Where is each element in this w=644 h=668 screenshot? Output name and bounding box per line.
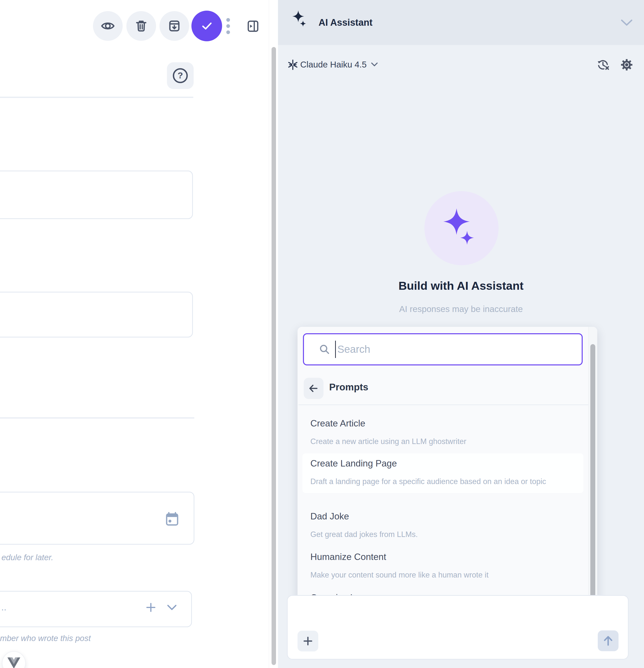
text-field[interactable] (0, 292, 193, 337)
prompts-popup: Prompts Create Article Create a new arti… (298, 327, 597, 623)
panel-title: AI Assistant (318, 17, 372, 28)
divider (299, 405, 588, 405)
check-icon (199, 18, 215, 34)
sparkle-icon (442, 209, 481, 248)
empty-state-heading: Build with AI Assistant (278, 279, 644, 292)
prompt-item-dad-joke[interactable]: Dad Joke Get great dad jokes from LLMs. (302, 506, 583, 546)
add-attachment-button[interactable] (298, 631, 318, 651)
text-caret (335, 341, 336, 358)
app-logo (2, 651, 26, 668)
preview-button[interactable] (93, 11, 123, 41)
more-vertical-icon (226, 18, 230, 22)
assistant-empty-state-badge (424, 191, 498, 265)
author-field[interactable]: .. (0, 591, 192, 627)
scrollbar-thumb[interactable] (272, 47, 276, 665)
collapse-sidebar-icon (246, 19, 260, 33)
more-options-button[interactable] (223, 11, 233, 41)
v-logo-icon (8, 657, 20, 668)
help-icon: ? (172, 67, 189, 84)
prompt-item-create-landing-page[interactable]: Create Landing Page Draft a landing page… (302, 453, 583, 493)
delete-icon (134, 19, 148, 33)
schedule-hint: edule for later. (1, 553, 54, 562)
arrow-left-icon (308, 383, 319, 394)
chevron-down-icon[interactable] (167, 605, 177, 611)
back-button[interactable] (304, 378, 324, 399)
prompt-search[interactable] (303, 333, 583, 365)
ai-assistant-header[interactable]: AI Assistant (278, 0, 644, 45)
arrow-up-icon (602, 635, 614, 647)
scrollbar-thumb[interactable] (590, 344, 595, 619)
chevron-down-icon[interactable] (621, 19, 633, 26)
author-hint: mber who wrote this post (0, 634, 91, 643)
text-field[interactable] (0, 171, 193, 219)
empty-state-disclaimer: AI responses may be inaccurate (278, 304, 644, 314)
publish-date-field[interactable] (0, 492, 194, 545)
save-button[interactable] (191, 11, 222, 41)
prompt-item-humanize-content[interactable]: Humanize Content Make your content sound… (302, 547, 583, 587)
delete-button[interactable] (126, 11, 156, 41)
settings-gear-icon[interactable] (620, 58, 633, 71)
archive-button[interactable] (160, 11, 189, 41)
section-divider (0, 97, 193, 98)
clear-history-icon[interactable] (597, 58, 609, 71)
model-selector-row: Claude Haiku 4.5 (278, 56, 644, 73)
prompt-item-create-article[interactable]: Create Article Create a new article usin… (302, 413, 583, 453)
svg-text:?: ? (178, 71, 183, 80)
chevron-down-icon[interactable] (371, 62, 378, 67)
calendar-icon (164, 511, 180, 527)
collapse-sidebar-button[interactable] (246, 19, 260, 34)
section-divider (0, 417, 194, 419)
plus-icon[interactable] (146, 602, 156, 613)
model-selector[interactable]: Claude Haiku 4.5 (300, 60, 367, 70)
prompts-heading: Prompts (329, 382, 368, 393)
archive-icon (167, 19, 181, 33)
anthropic-star-icon (287, 59, 299, 71)
send-button[interactable] (598, 631, 618, 651)
sparkle-icon (292, 10, 309, 28)
search-icon (318, 343, 331, 355)
visibility-icon (101, 19, 115, 33)
content-panel: ? edule for later. .. mber who wrote thi… (0, 0, 278, 668)
search-input[interactable] (337, 344, 560, 355)
chat-composer[interactable] (287, 595, 629, 659)
plus-icon (302, 636, 313, 647)
author-placeholder: .. (1, 602, 6, 613)
help-button[interactable]: ? (167, 62, 194, 89)
